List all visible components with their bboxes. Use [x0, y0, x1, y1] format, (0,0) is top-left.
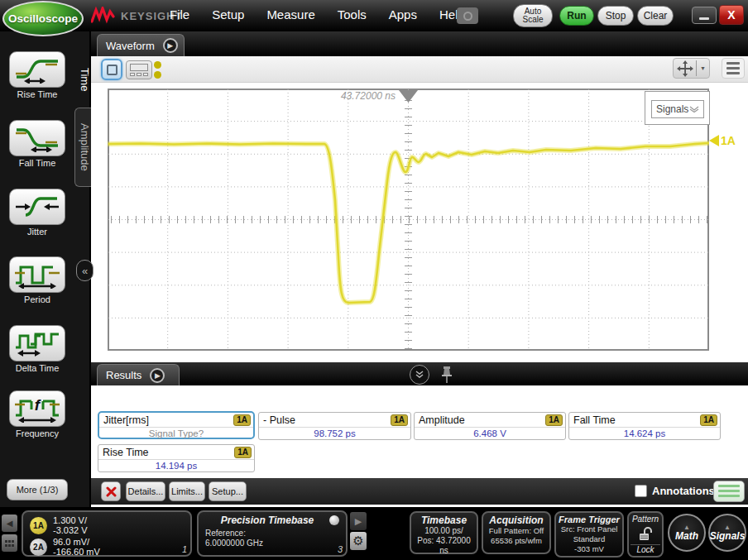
stop-button[interactable]: Stop: [597, 6, 634, 26]
signals-button[interactable]: ▲ Signals: [708, 514, 746, 552]
delta-time-button[interactable]: [9, 325, 65, 361]
statusbar-back-button[interactable]: ◀: [2, 515, 17, 532]
measurement-name: - Pulse: [263, 414, 295, 426]
jitter-icon: [14, 193, 60, 221]
screenshot-camera-button[interactable]: [457, 7, 478, 24]
play-icon[interactable]: ▶: [150, 368, 165, 383]
measurement-value: 6.468 V: [415, 428, 565, 440]
main-panel: Waveform ▶ ▼: [91, 31, 748, 507]
chevron-left-icon: «: [82, 265, 88, 277]
multi-view-button[interactable]: [126, 60, 152, 79]
triangle-left-icon: [709, 135, 719, 146]
trigger-mode: Standard: [558, 534, 621, 544]
channels-panel[interactable]: 1A 1.300 V/ -3.032 V 2A 96.0 mV/ -166.60…: [22, 510, 192, 557]
jitter-label: Jitter: [0, 227, 74, 237]
setup-button[interactable]: Setup...: [209, 481, 247, 501]
panel-page-number: 1: [182, 544, 187, 554]
single-view-button[interactable]: [101, 59, 122, 80]
source-badge: 1A: [700, 414, 717, 426]
close-button[interactable]: X: [719, 5, 744, 25]
signals-dropdown-value: Signals: [656, 103, 688, 115]
statusbar-grid-button[interactable]: [2, 534, 17, 552]
precision-timebase-title: Precision Timebase: [205, 515, 329, 526]
timebase-panel[interactable]: Timebase 100.00 ps/ Pos: 43.72000 ns: [410, 511, 478, 554]
clear-button[interactable]: Clear: [637, 6, 674, 26]
measurement-value: 14.194 ps: [98, 460, 254, 472]
auto-scale-button[interactable]: Auto Scale: [513, 4, 553, 27]
pin-icon[interactable]: [441, 366, 453, 384]
move-cross-icon: [677, 60, 693, 77]
red-x-icon: [106, 486, 117, 497]
result-card-jitter[interactable]: Jitter[rms] 1A Signal Type?: [98, 411, 255, 439]
dots-grid-icon: [5, 540, 14, 547]
hamburger-icon: [726, 62, 740, 65]
minimize-icon: [699, 17, 709, 20]
result-card-rise-time[interactable]: Rise Time 1A 14.194 ps: [98, 444, 255, 472]
trigger-level: -303 mV: [558, 544, 621, 554]
tab-results[interactable]: Results ▶: [97, 364, 180, 385]
timebase-play-button[interactable]: ▶: [350, 512, 367, 530]
measurement-value: 14.624 ps: [569, 428, 720, 440]
menu-tools[interactable]: Tools: [338, 7, 367, 22]
hamburger-menu-button[interactable]: [722, 58, 745, 79]
minimize-button[interactable]: [692, 7, 717, 24]
channel-1a-row[interactable]: 1A 1.300 V/ -3.032 V: [30, 515, 184, 535]
results-tabbar: Results ▶: [91, 362, 748, 385]
menu-apps[interactable]: Apps: [389, 7, 417, 22]
source-badge: 1A: [233, 414, 251, 426]
play-icon[interactable]: ▶: [163, 38, 178, 53]
menu-measure[interactable]: Measure: [266, 7, 314, 22]
waveform-plot[interactable]: 43.72000 ns: [108, 89, 709, 351]
delete-measurement-button[interactable]: [101, 481, 121, 501]
channel-1a-marker[interactable]: 1A: [709, 134, 736, 147]
annotations-checkbox[interactable]: [635, 485, 647, 497]
result-card-amplitude[interactable]: Amplitude 1A 6.468 V: [414, 412, 566, 440]
pattern-lock-panel[interactable]: Pattern Lock: [627, 511, 664, 558]
pattern-label: Pattern: [632, 515, 659, 524]
tab-waveform[interactable]: Waveform ▶: [97, 34, 185, 56]
chevron-down-icon[interactable]: ▼: [697, 65, 709, 71]
frame-trigger-title: Frame Trigger: [558, 515, 621, 524]
channel-1a-scale: 1.300 V/: [53, 515, 87, 525]
run-button[interactable]: Run: [559, 6, 594, 26]
sidebar-tab-time[interactable]: Time: [73, 48, 91, 111]
channel-1a-badge: 1A: [30, 517, 47, 534]
titlebar: KEYSIGHT File Setup Measure Tools Apps H…: [0, 0, 748, 31]
close-icon: X: [727, 8, 735, 22]
math-button[interactable]: ▲ Math: [668, 514, 706, 552]
jitter-button[interactable]: [9, 189, 65, 225]
limits-button[interactable]: Limits...: [169, 481, 205, 501]
fall-time-button[interactable]: [9, 120, 65, 156]
pan-zoom-button[interactable]: ▼: [673, 58, 710, 79]
brand: KEYSIGHT: [91, 7, 182, 25]
collapse-results-button[interactable]: [410, 365, 429, 385]
multi-view-icon: [130, 64, 148, 71]
period-label: Period: [0, 294, 74, 304]
menu-setup[interactable]: Setup: [212, 7, 244, 22]
precision-timebase-panel[interactable]: Precision Timebase Reference: 6.0000000 …: [197, 510, 348, 557]
result-card-fall-time[interactable]: Fall Time 1A 14.624 ps: [568, 412, 721, 440]
frequency-button[interactable]: f: [9, 390, 65, 427]
settings-gear-button[interactable]: ⚙: [350, 532, 367, 550]
frame-trigger-panel[interactable]: Frame Trigger Src: Front Panel Standard …: [554, 511, 624, 558]
details-button[interactable]: Details...: [126, 481, 165, 501]
sidebar-tab-amplitude[interactable]: Amplitude: [74, 108, 91, 187]
display-toggle-button[interactable]: [713, 481, 745, 502]
results-body: Jitter[rms] 1A Signal Type? - Pulse 1A 9…: [91, 385, 748, 478]
reference-value: 6.0000000 GHz: [205, 538, 339, 548]
result-card-pulse[interactable]: - Pulse 1A 98.752 ps: [258, 412, 411, 440]
measurement-name: Rise Time: [103, 447, 149, 458]
more-measurements-button[interactable]: More (1/3): [7, 479, 68, 500]
oscilloscope-logo: Oscilloscope: [2, 1, 84, 36]
rise-time-button[interactable]: [9, 51, 65, 88]
triangle-up-icon: ▲: [683, 524, 690, 530]
period-button[interactable]: [9, 256, 65, 293]
channel-2a-row[interactable]: 2A 96.0 mV/ -166.60 mV: [30, 537, 184, 557]
channel-2a-offset: -166.60 mV: [53, 547, 100, 557]
collapse-sidebar-button[interactable]: «: [76, 260, 94, 281]
acquisition-panel[interactable]: Acquisition Full Pattern: Off 65536 pts/…: [482, 511, 551, 554]
signals-dropdown[interactable]: Signals: [651, 100, 704, 118]
measurement-name: Fall Time: [573, 414, 616, 426]
menu-file[interactable]: File: [170, 7, 189, 22]
measurement-value: Signal Type?: [99, 428, 253, 440]
